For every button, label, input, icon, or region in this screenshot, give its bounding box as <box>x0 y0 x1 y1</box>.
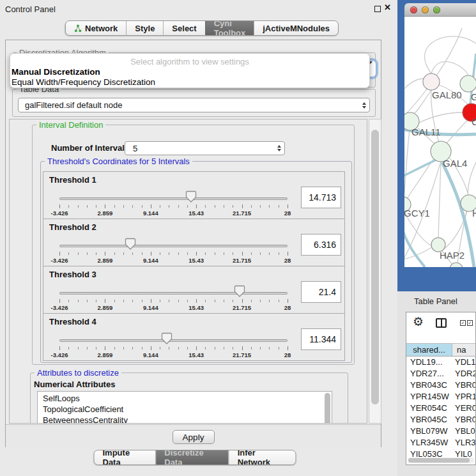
cell-shared-name: YIL053C <box>406 449 452 457</box>
slider-thumb[interactable] <box>161 332 173 345</box>
tick-mark <box>160 300 160 302</box>
table-row[interactable]: YBR045CYBR0 <box>406 415 475 426</box>
tick-mark <box>78 252 79 255</box>
network-edge[interactable] <box>404 158 440 176</box>
slider-track[interactable] <box>59 339 288 342</box>
column-header-shared-name[interactable]: shared... <box>406 344 452 356</box>
table-row[interactable]: YLR345WYLR3 <box>406 438 475 449</box>
table-data-group: Table Data galFiltered.sif default node <box>12 89 376 117</box>
network-edge[interactable] <box>407 159 433 199</box>
tick-mark <box>178 300 179 302</box>
zoom-window-button[interactable] <box>433 6 440 13</box>
tab-impute-data[interactable]: Impute Data <box>95 450 156 464</box>
table-row[interactable]: YER054CYER0 <box>406 403 475 415</box>
settings-scrollbar[interactable] <box>369 119 381 424</box>
tick-label: -3.426 <box>51 210 68 217</box>
tab-network[interactable]: Network <box>66 21 126 35</box>
tick-label: 2.859 <box>98 257 113 264</box>
table-row[interactable]: YBL079WYBL0 <box>406 426 475 438</box>
slider-thumb[interactable] <box>125 238 136 250</box>
cell-name: YIL0 <box>452 449 472 457</box>
network-edge[interactable] <box>404 130 410 197</box>
tab-discretize-data[interactable]: Discretize Data <box>155 450 228 464</box>
tab-cyni-toolbox[interactable]: Cyni Toolbox <box>205 21 254 35</box>
tick-mark <box>187 347 188 349</box>
list-item-topologicalcoefficient[interactable]: TopologicalCoefficient <box>38 404 332 415</box>
float-panel-icon[interactable] <box>374 6 381 12</box>
threshold-value-field[interactable]: 14.713 <box>301 187 341 208</box>
tick-mark <box>260 347 261 349</box>
network-node[interactable] <box>423 73 440 90</box>
slider-thumb[interactable] <box>234 285 245 298</box>
slider-track[interactable] <box>59 197 288 200</box>
network-edge[interactable] <box>431 61 468 75</box>
threshold-value-field[interactable]: 6.316 <box>301 234 341 256</box>
network-edge[interactable] <box>404 227 425 267</box>
numerical-attributes-list[interactable]: SelfLoopsTopologicalCoefficientBetweenne… <box>37 391 332 424</box>
close-window-button[interactable] <box>410 6 417 13</box>
node-label-gal80: GAL80 <box>432 89 462 100</box>
threshold-label: Threshold 4 <box>49 317 96 326</box>
tab-select[interactable]: Select <box>163 21 204 35</box>
cyni-toolbox-pane: Discretization Algorithm Select algorith… <box>5 40 381 447</box>
tick-mark <box>205 205 206 208</box>
group-title: Threshold's Coordinates for 5 Intervals <box>45 157 192 166</box>
tick-label: 28 <box>284 351 291 358</box>
table-row[interactable]: YIL053CYIL0 <box>406 449 475 457</box>
slider-track[interactable] <box>59 292 288 295</box>
table-hscrollbar[interactable] <box>408 457 474 463</box>
column-header-name[interactable]: na <box>452 344 475 356</box>
dropdown-option-manual-discretization[interactable]: Manual Discretization <box>10 67 369 77</box>
tab-label: Infer Network <box>238 450 288 465</box>
tab-style[interactable]: Style <box>126 21 163 35</box>
tick-mark <box>123 252 124 255</box>
network-canvas[interactable]: GAL80GACGAL11GAL4GCY1HHAP2 <box>404 17 476 267</box>
threshold-panel-threshold-1: Threshold 1-3.4262.8599.14415.4321.71528… <box>43 171 345 219</box>
tick-mark <box>114 252 115 255</box>
number-of-intervals-combobox[interactable]: 5 <box>125 141 285 155</box>
cell-shared-name: YDL19... <box>406 357 452 367</box>
scrollbar-thumb[interactable] <box>408 458 470 463</box>
tick-label: 9.144 <box>143 210 158 217</box>
threshold-value-field[interactable]: 21.4 <box>301 281 341 303</box>
network-edge[interactable] <box>425 36 476 73</box>
network-edge[interactable] <box>413 90 431 114</box>
gear-icon[interactable]: ⚙ <box>413 316 424 328</box>
node-label-ga: GA <box>471 91 476 102</box>
select-columns-icons[interactable]: ✓ ✓ <box>460 320 473 326</box>
table-panel-title: Table Panel <box>414 296 457 306</box>
list-item-selfloops[interactable]: SelfLoops <box>38 393 332 404</box>
network-edge[interactable] <box>438 162 441 238</box>
table-data-combobox[interactable]: galFiltered.sif default node <box>18 98 370 112</box>
tick-mark <box>224 252 224 255</box>
tick-mark <box>196 346 197 350</box>
checkbox-icon: ✓ <box>467 320 473 326</box>
scrollbar-thumb[interactable] <box>371 130 379 404</box>
columns-icon[interactable] <box>436 318 447 328</box>
table-row[interactable]: YPR145WYPR1 <box>406 392 475 403</box>
network-edge[interactable] <box>446 119 469 144</box>
tab-jactivemnodules[interactable]: jActiveMNodules <box>254 21 338 35</box>
table-row[interactable]: YDL19...YDL1 <box>406 357 475 369</box>
list-scrollbar[interactable] <box>324 393 331 424</box>
slider-track[interactable] <box>59 245 288 247</box>
tab-infer-network[interactable]: Infer Network <box>229 450 296 464</box>
list-item-betweennesscentrality[interactable]: BetweennessCentrality <box>38 415 332 424</box>
tick-label: 21.715 <box>233 351 251 358</box>
apply-button[interactable]: Apply <box>173 430 215 444</box>
tick-mark <box>59 346 60 350</box>
table-row[interactable]: YDR27...YDR2 <box>406 369 475 380</box>
table-row[interactable]: YBR043CYBR0 <box>406 380 475 392</box>
minimize-window-button[interactable] <box>422 6 429 13</box>
tick-mark <box>251 347 252 349</box>
network-titlebar[interactable] <box>404 3 476 17</box>
cyni-bottom-tabs: Impute DataDiscretize DataInfer Network <box>94 450 296 465</box>
threshold-value-field[interactable]: 11.344 <box>301 328 341 350</box>
tick-mark <box>160 347 160 349</box>
network-edge[interactable] <box>419 112 463 123</box>
close-panel-icon[interactable]: ✕ <box>384 3 391 12</box>
dropdown-option-equal-width-frequency[interactable]: Equal Width/Frequency Discretization <box>10 77 369 88</box>
network-node[interactable] <box>460 75 476 92</box>
tick-mark <box>132 347 133 349</box>
slider-thumb[interactable] <box>185 190 197 203</box>
